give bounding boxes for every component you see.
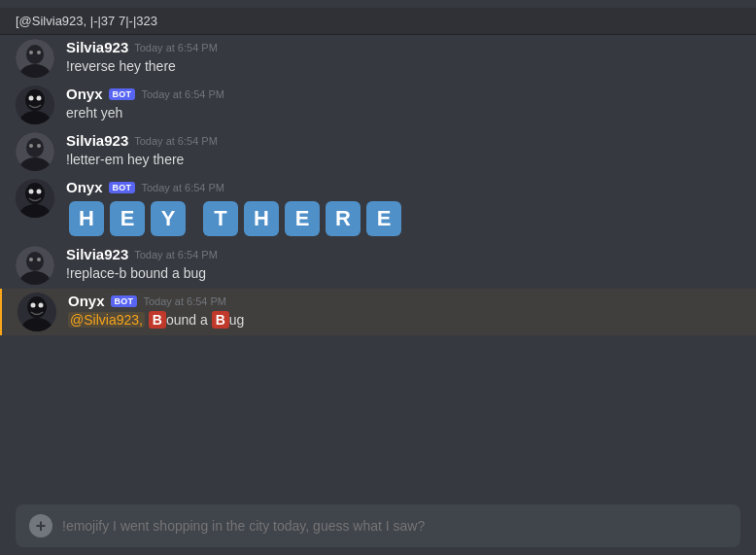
letter-box-E3: E [366, 201, 401, 236]
message-content: Silvia923 Today at 6:54 PM !letter-em he… [66, 132, 740, 169]
messages-area: [@Silvia923, |-|37 7|-|323 Silvia923 Tod… [0, 0, 756, 497]
svg-point-9 [37, 96, 42, 101]
message-content: Onyx BOT Today at 6:54 PM ereht yeh [66, 86, 740, 122]
letter-box-H: H [69, 201, 104, 236]
message-content: Onyx BOT Today at 6:54 PM @Silvia923, Bo… [68, 293, 740, 330]
message-header: Silvia923 Today at 6:54 PM [66, 39, 740, 55]
message-content: Silvia923 Today at 6:54 PM !replace-b bo… [66, 246, 740, 283]
svg-point-23 [29, 258, 33, 261]
svg-point-8 [29, 96, 34, 101]
letter-box-E2: E [285, 201, 320, 236]
rest2: ug [229, 312, 245, 328]
letter-box-T: T [203, 201, 238, 236]
message-header: Onyx BOT Today at 6:54 PM [66, 179, 740, 195]
add-button[interactable]: + [29, 514, 52, 538]
message-header: Silvia923 Today at 6:54 PM [66, 132, 740, 149]
avatar [16, 246, 54, 285]
pinned-text: [@Silvia923, |-|37 7|-|323 [16, 14, 157, 28]
message-text: !replace-b bound a bug [66, 264, 740, 283]
avatar [16, 179, 54, 218]
avatar [16, 86, 54, 124]
svg-point-11 [26, 138, 44, 157]
message-content: Onyx BOT Today at 6:54 PM H E Y T H E R … [66, 179, 740, 238]
timestamp: Today at 6:54 PM [143, 295, 226, 307]
plus-icon: + [36, 517, 47, 535]
svg-point-21 [26, 252, 44, 271]
bot-badge: BOT [111, 295, 138, 307]
timestamp: Today at 6:54 PM [141, 182, 224, 193]
bot-badge: BOT [109, 182, 136, 193]
letter-box-E: E [110, 201, 145, 236]
timestamp: Today at 6:54 PM [134, 42, 218, 53]
message-header: Onyx BOT Today at 6:54 PM [68, 293, 740, 309]
svg-point-29 [39, 303, 44, 308]
svg-point-13 [29, 144, 33, 148]
svg-point-3 [29, 51, 33, 54]
message-text: !letter-em hey there [66, 151, 740, 169]
message-input[interactable] [62, 518, 727, 534]
bot-badge: BOT [109, 88, 136, 100]
message-text: ereht yeh [66, 104, 740, 122]
message-group: Silvia923 Today at 6:54 PM !replace-b bo… [0, 242, 756, 289]
message-group-highlighted: Onyx BOT Today at 6:54 PM @Silvia923, Bo… [0, 289, 756, 335]
username: Onyx [66, 179, 103, 195]
replace-b2: B [212, 311, 229, 329]
timestamp: Today at 6:54 PM [134, 135, 218, 147]
message-header: Silvia923 Today at 6:54 PM [66, 246, 740, 262]
avatar [16, 132, 54, 171]
username: Silvia923 [66, 132, 128, 149]
timestamp: Today at 6:54 PM [141, 88, 224, 100]
svg-point-14 [37, 144, 41, 148]
avatar [17, 293, 56, 331]
input-area: + [16, 504, 740, 547]
letter-box-H2: H [244, 201, 279, 236]
replace-b1: B [149, 311, 166, 329]
replace-message: @Silvia923, Bound a Bug [68, 311, 740, 330]
timestamp: Today at 6:54 PM [134, 249, 218, 260]
letter-boxes-row: H E Y T H E R E [66, 199, 740, 238]
svg-point-24 [37, 258, 41, 261]
svg-point-4 [37, 51, 41, 54]
avatar [16, 39, 54, 78]
username: Silvia923 [66, 246, 128, 262]
username: Onyx [68, 293, 105, 309]
pinned-message: [@Silvia923, |-|37 7|-|323 [0, 8, 756, 35]
letter-box-Y: Y [151, 201, 186, 236]
letter-box-R: R [326, 201, 361, 236]
message-content: Silvia923 Today at 6:54 PM !reverse hey … [66, 39, 740, 76]
svg-point-28 [31, 303, 36, 308]
mention[interactable]: @Silvia923, [68, 312, 145, 328]
message-group: Silvia923 Today at 6:54 PM !reverse hey … [0, 35, 756, 82]
message-text: !reverse hey there [66, 57, 740, 76]
rest1: ound a [166, 312, 212, 328]
username: Silvia923 [66, 39, 128, 55]
message-group: Silvia923 Today at 6:54 PM !letter-em he… [0, 128, 756, 175]
svg-point-1 [26, 45, 44, 64]
message-group: Onyx BOT Today at 6:54 PM ereht yeh [0, 82, 756, 128]
svg-point-18 [29, 190, 34, 194]
svg-point-19 [37, 190, 42, 194]
message-group: Onyx BOT Today at 6:54 PM H E Y T H E R … [0, 175, 756, 242]
username: Onyx [66, 86, 103, 102]
message-header: Onyx BOT Today at 6:54 PM [66, 86, 740, 102]
